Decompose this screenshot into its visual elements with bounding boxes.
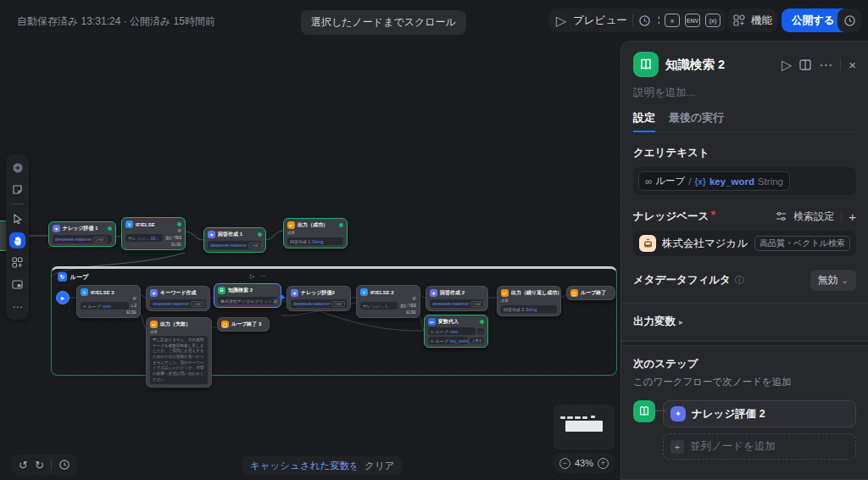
add-node-button[interactable] [9, 159, 25, 176]
minimap-toggle-button[interactable] [9, 276, 25, 293]
preview-button[interactable]: プレビュー [573, 14, 627, 28]
zoom-in-icon[interactable]: + [598, 458, 609, 469]
run-node-icon[interactable]: ▷ [782, 57, 792, 73]
node-keyword-create[interactable]: ✦ キーワード作成 deepseek-reasoner CHAT [146, 286, 210, 311]
zoom-out-icon[interactable]: − [559, 458, 570, 469]
loop-scope-icon: ∞ [431, 329, 434, 334]
loop-scope-icon: ∞ [431, 338, 434, 343]
node-knowledge-eval-1[interactable]: ✦ ナレッジ評価 1 deepseek-reasoner CHAT [48, 221, 116, 247]
description-placeholder[interactable]: 説明を追加... [633, 86, 856, 100]
assign-var: num [450, 329, 459, 334]
llm-icon: ✦ [150, 289, 158, 297]
selected-node-toolbar[interactable]: ▷ ⋯ [250, 273, 267, 280]
next-node-card[interactable]: ✦ ナレッジ評価 2 [663, 400, 856, 427]
current-node-icon [633, 400, 655, 422]
plus-icon: + [670, 440, 684, 454]
node-knowledge-search-2[interactable]: ⌸ 知識検索 2 株式会社マジカルブリッジ 就業... [214, 283, 281, 308]
play-icon[interactable]: ▷ [554, 14, 568, 27]
tab-settings[interactable]: 設定 [633, 110, 655, 126]
note-button[interactable] [9, 181, 25, 198]
query-text-input[interactable]: ∞ ループ / {x} key_word String [633, 167, 856, 195]
if-label: IF [81, 297, 136, 301]
chevron-right-icon[interactable]: ▸ [679, 317, 683, 327]
add-knowledge-icon[interactable]: + [849, 209, 856, 224]
minimap[interactable] [554, 405, 615, 449]
loop-start-node[interactable]: ▸ [56, 291, 70, 304]
version-history-button[interactable] [837, 8, 861, 32]
features-icon [732, 14, 746, 27]
more-tools-button[interactable]: ⋯ [9, 299, 25, 315]
top-bar: 自動保存済み 13:31:24 · 公開済み 15時間前 選択したノードまでスク… [0, 0, 868, 41]
output-port[interactable] [280, 295, 284, 299]
model-name: deepseek-reasoner [432, 301, 469, 306]
knowledge-base-item[interactable]: 株式会社マジカルブリッジ 就業... 高品質・ベクトル検索 [633, 231, 856, 256]
node-answer-2[interactable]: ✦ 回答作成 2 deepseek-reasoner CHAT [426, 286, 488, 311]
minimap-node [582, 416, 587, 419]
node-title: 変数代入 [438, 318, 459, 326]
undo-icon[interactable]: ↺ [19, 459, 28, 472]
if-label: IF [125, 229, 181, 233]
features-button[interactable]: 機能 [751, 14, 772, 28]
model-name: deepseek-reasoner [153, 301, 189, 306]
llm-icon: ✦ [53, 225, 60, 232]
retrieval-settings-button[interactable]: 検索設定 [793, 209, 834, 224]
cond-var: t... [386, 304, 391, 309]
else-label: ELSE [81, 310, 136, 315]
kb-retrieval-badge: 高品質・ベクトル検索 [754, 236, 850, 251]
hand-mode-button[interactable] [9, 232, 25, 248]
zoom-level[interactable]: 43% [575, 458, 593, 468]
output-label: 成果 [501, 299, 557, 303]
assign-icon: ≔ [428, 318, 436, 326]
llm-icon: ✦ [291, 289, 298, 297]
node-output-fail[interactable]: ↵ 出力（失敗） 成果 申し訳ありません。社内規程データを複数回検索し直しました… [146, 317, 212, 388]
node-ifelse-3[interactable]: ⑂ IF/ELSE 3 IF ∞ ループ num ≥ 2 ELSE [76, 285, 141, 318]
node-variable-assign[interactable]: ≔ 変数代入 ∞ ループ num — ∞ ループ key_word 上書き [424, 315, 488, 348]
panel-title: 知識検索 2 [665, 57, 775, 73]
node-output-loop-success[interactable]: ↵ 出力（繰り返し成功） 成果 回答作成 2 String [497, 286, 561, 316]
pointer-mode-button[interactable] [9, 210, 25, 226]
history-icon[interactable] [58, 459, 70, 472]
assign-op: 上書き [470, 338, 484, 343]
knowledge-retrieval-icon [633, 52, 659, 77]
model-name: deepseek-reasoner [293, 301, 330, 306]
else-label: ELSE [360, 310, 416, 315]
node-ifelse-1[interactable]: ⑂ IF/ELSE IF ナレッジ... 00... 含む YES ELSE [121, 217, 186, 250]
node-title: キーワード作成 [160, 289, 196, 297]
fail-message: 申し訳ありません。社内規程データを複数回検索し直しましたが、ご質問にお答えするた… [150, 336, 208, 384]
node-title: IF/ELSE 2 [370, 290, 394, 295]
query-variable-chip[interactable]: ∞ ループ / {x} key_word String [638, 171, 790, 191]
node-answer-1[interactable]: ✦ 回答作成 1 deepseek-reasoner CHAT [203, 227, 266, 253]
metadata-filter-select[interactable]: 無効 ⌄ [810, 270, 856, 291]
loop-icon: ↻ [58, 272, 67, 282]
next-node-name: ナレッジ評価 2 [692, 407, 765, 421]
assign-scope: ループ [436, 329, 448, 334]
success-dot [177, 222, 181, 226]
output-variables-label: 出力変数 [633, 315, 676, 329]
node-loop-end-3[interactable]: ◻ ループ終了 3 [217, 317, 270, 332]
variables-inspector-icon[interactable]: (x) [705, 14, 721, 27]
add-parallel-label: 並列ノードを追加 [690, 439, 776, 454]
more-options-icon[interactable]: ⋯ [819, 57, 832, 73]
run-history-icon[interactable] [638, 14, 652, 27]
environment-variables-icon[interactable]: ENV [685, 14, 700, 27]
organize-nodes-button[interactable] [9, 254, 25, 271]
tab-last-run[interactable]: 最後の実行 [669, 110, 724, 126]
output-label: 成果 [287, 231, 343, 235]
close-icon[interactable]: × [849, 58, 856, 72]
chat-variables-icon[interactable]: x [665, 14, 680, 27]
node-knowledge-eval-2[interactable]: ✦ ナレッジ評価2 deepseek-reasoner CHAT [287, 286, 351, 311]
node-loop-end[interactable]: ◻ ループ終了 [566, 286, 615, 300]
redo-icon[interactable]: ↻ [35, 459, 44, 472]
node-title: ナレッジ評価2 [301, 289, 335, 297]
node-output-success[interactable]: ↵ 出力（成功） 成果 回答作成 1 String [283, 218, 348, 248]
add-parallel-node-button[interactable]: + 並列ノードを追加 [663, 433, 856, 460]
node-ifelse-2[interactable]: ⑂ IF/ELSE 2 IF ナレッジ... t... 含む YES ELSE [356, 285, 420, 318]
next-step-description: このワークフローで次ノードを追加 [633, 376, 856, 388]
clear-button[interactable]: クリア [356, 456, 403, 475]
node-loop[interactable]: ↻ ループ [51, 266, 617, 376]
llm-icon: ✦ [208, 231, 215, 238]
scroll-to-node-button[interactable]: 選択したノードまでスクロール [301, 10, 466, 35]
split-view-icon[interactable] [799, 57, 811, 72]
cond-scope: ループ [88, 304, 101, 309]
answer-icon: ↵ [287, 221, 295, 229]
